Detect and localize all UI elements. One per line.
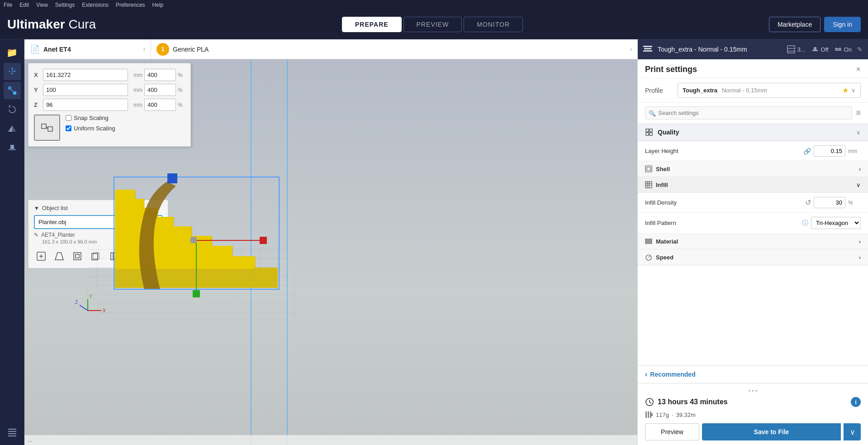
tab-monitor[interactable]: MONITOR [464,17,523,32]
svg-rect-96 [645,239,652,240]
profile-star-icon[interactable]: ★ [842,86,849,95]
infill-pattern-select[interactable]: Tri-Hexagon Grid Lines Triangles [811,217,861,229]
speed-section-header[interactable]: Speed › [638,249,868,265]
shell-label: Shell [656,166,670,172]
save-dropdown-button[interactable]: ∨ [844,423,861,440]
svg-rect-50 [115,190,135,200]
search-row: 🔍 ≡ [638,103,868,124]
shell-expand-icon: › [859,166,861,172]
svg-rect-8 [8,431,16,432]
svg-rect-12 [48,127,52,131]
header-right: Marketplace Sign in [769,17,861,32]
topbar-support: Off [811,45,829,53]
tool-open-folder[interactable]: 📁 [4,44,21,61]
profile-select[interactable]: Tough_extra Normal - 0.15mm ★ ∨ [678,83,861,98]
tool-rotate[interactable] [4,101,21,118]
y-input[interactable] [43,84,128,96]
y-pct-input[interactable] [144,84,176,96]
app-logo: Ultimaker Cura [7,17,96,32]
print-settings-close[interactable]: × [856,65,861,74]
topbar-edit-icon[interactable]: ✎ [857,46,863,53]
svg-rect-79 [812,50,818,51]
tool-move[interactable] [4,63,21,80]
speed-expand-icon: › [859,254,861,261]
tool-layers[interactable] [4,423,21,440]
3d-scene: X Y Z [70,96,305,332]
infill-pattern-info-icon[interactable]: ⓘ [802,219,808,227]
tab-prepare[interactable]: PREPARE [342,17,402,32]
settings-body: Quality ∨ Layer Height 🔗 mm [638,124,868,365]
x-pct-input[interactable] [144,69,176,81]
x-unit: mm [130,72,142,78]
menu-settings[interactable]: Settings [55,2,75,8]
material-name: Generic PLA [173,46,209,53]
menu-extensions[interactable]: Extensions [82,2,109,8]
printer-arrow[interactable]: ‹ [143,46,145,53]
print-settings-title: Print settings [645,65,697,74]
signin-button[interactable]: Sign in [824,17,861,32]
menu-help[interactable]: Help [152,2,164,8]
tool-scale[interactable] [4,82,21,99]
action-row: Preview Save to File ∨ [645,423,861,440]
topbar-profile-name: Tough_extra - Normal - 0.15mm [658,46,747,53]
profile-value: Tough_extra Normal - 0.15mm [683,87,767,94]
svg-line-71 [80,305,88,311]
layer-height-input[interactable] [814,145,845,157]
menu-preferences[interactable]: Preferences [116,2,145,8]
topbar-support-label: Off [821,46,829,53]
material-arrow[interactable]: ‹ [630,46,632,53]
preview-button[interactable]: Preview [645,423,699,440]
tab-preview[interactable]: PREVIEW [403,17,462,32]
settings-menu-icon[interactable]: ≡ [856,108,861,118]
y-pct-label: % [178,87,185,93]
y-unit: mm [130,87,142,93]
svg-rect-88 [650,133,652,135]
menu-file[interactable]: File [4,2,12,8]
x-label: X [34,72,41,78]
infill-section-header[interactable]: Infill ∨ [638,177,868,193]
menubar: File Edit View Settings Extensions Prefe… [0,0,868,10]
infill-density-input[interactable] [814,197,845,208]
shell-section-header[interactable]: Shell › [638,161,868,177]
save-to-file-button[interactable]: Save to File [702,423,841,440]
marketplace-button[interactable]: Marketplace [769,17,821,32]
nav-tabs: PREPARE PREVIEW MONITOR [342,17,523,32]
print-settings-panel: Print settings × Profile Tough_extra Nor… [638,59,868,383]
main-layout: 📁 📄 Anet ET4 ‹ 1 [0,39,868,445]
material-section-header[interactable]: Material › [638,234,868,249]
tool-support[interactable] [4,139,21,156]
recommended-button[interactable]: ‹ Recommended [638,365,868,383]
material-separator: · [672,412,674,418]
tool-mirror[interactable] [4,120,21,137]
profile-dropdown-icon[interactable]: ∨ [851,87,856,94]
menu-view[interactable]: View [36,2,48,8]
layer-height-link-icon[interactable]: 🔗 [803,148,811,155]
search-input[interactable] [645,106,852,120]
info-button[interactable]: i [851,397,861,407]
infill-density-reset-icon[interactable]: ↺ [805,198,811,207]
quality-section-header[interactable]: Quality ∨ [638,124,868,141]
svg-rect-104 [650,412,651,418]
z-label: Z [34,101,41,108]
bottom-bar: • • • 13 hours 43 minutes i 117g · 39.32… [638,383,868,445]
time-row: 13 hours 43 minutes i [645,397,861,407]
obj-action-add[interactable] [34,249,48,263]
infill-density-unit: % [848,200,861,206]
printer-name: Anet ET4 [43,46,71,53]
x-input[interactable] [43,69,128,81]
profile-row: Profile Tough_extra Normal - 0.15mm ★ ∨ [638,78,868,103]
infill-pattern-row: Infill Pattern ⓘ Tri-Hexagon Grid Lines … [638,213,868,234]
topbar-adhesion-label: On [844,46,852,53]
svg-rect-74 [644,48,651,49]
menu-edit[interactable]: Edit [19,2,29,8]
print-settings-header: Print settings × [638,59,868,78]
obj-action-perspective[interactable] [52,249,66,263]
svg-rect-10 [8,435,16,436]
svg-rect-45 [115,236,212,247]
layer-height-unit: mm [848,148,861,154]
scale-icon [34,115,60,141]
topbar-layers: 3... [787,45,805,53]
quality-label: Quality [658,129,679,136]
svg-rect-57 [190,237,197,243]
material-icon [645,411,653,419]
